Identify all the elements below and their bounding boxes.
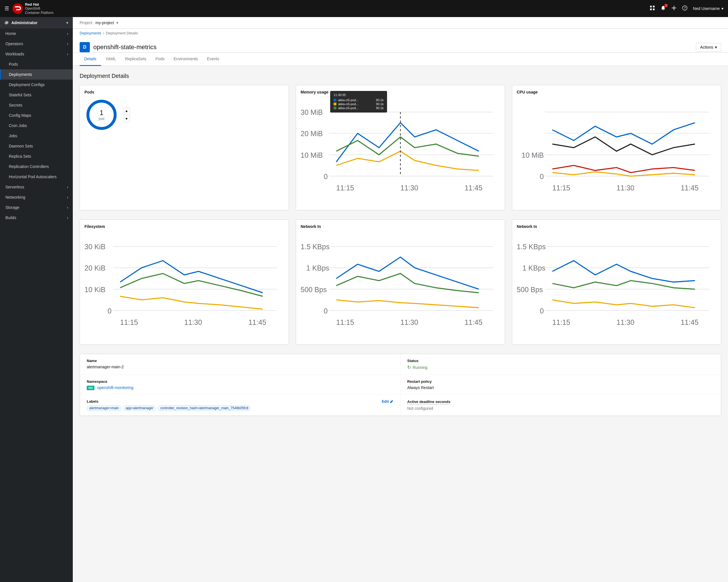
help-icon[interactable]: ?	[682, 5, 687, 12]
sidebar-item-label: Builds	[5, 215, 16, 220]
sidebar-item-storage[interactable]: Storage›	[0, 202, 73, 213]
pods-chart-card: Pods 1 pod	[80, 85, 289, 210]
sidebar-item-label: Daemon Sets	[9, 144, 33, 148]
filesystem-chart-title: Filesystem	[84, 224, 284, 229]
memory-chart-title: Memory usage	[301, 90, 500, 94]
project-dropdown[interactable]: ▾	[116, 21, 118, 25]
svg-rect-1	[650, 6, 652, 7]
restart-policy-key: Restart policy	[407, 379, 714, 384]
chevron-down-icon: ▾	[722, 6, 724, 11]
topnav-icons: 1 ? Ned Username ▾	[650, 5, 724, 12]
sidebar-item-label: Secrets	[9, 103, 22, 107]
gear-icon	[4, 21, 9, 25]
page-header: D openshift-state-metrics Actions ▾	[73, 37, 728, 53]
svg-text:1.5 KBps: 1.5 KBps	[517, 243, 546, 251]
sidebar-item-hpa[interactable]: Horizontal Pod Autoscalers	[0, 172, 73, 182]
sidebar-item-operators[interactable]: Operators›	[0, 39, 73, 49]
svg-text:11:45: 11:45	[681, 318, 699, 326]
sidebar-item-workloads[interactable]: Workloads›	[0, 49, 73, 59]
active-deadline-key: Active deadline seconds	[407, 399, 450, 405]
pods-decrement-button[interactable]: ▼	[123, 115, 130, 122]
sidebar-item-replica-sets[interactable]: Replica Sets	[0, 151, 73, 161]
pods-count: 1	[99, 109, 104, 117]
notification-badge: 1	[664, 4, 668, 7]
sidebar-item-label: Horizontal Pod Autoscalers	[9, 174, 57, 179]
pods-increment-button[interactable]: ▲	[123, 107, 130, 114]
namespace-cell: Namespace NS openshift-monitoring	[80, 375, 400, 395]
network-in-chart-title: Network In	[301, 224, 500, 229]
labels-container: alertmanager=mainapp=alertmanagercontrol…	[87, 405, 393, 411]
svg-rect-2	[653, 6, 655, 7]
sidebar-item-label: Workloads	[5, 52, 24, 56]
resource-icon: D	[80, 42, 90, 52]
memory-chart-svg: 30 MiB 20 MiB 10 MiB 0 11:15 11:30 11:45	[301, 98, 500, 204]
layout: Administrator ▾ Home›Operators›Workloads…	[0, 17, 728, 423]
sidebar-item-arrow-icon: ›	[67, 205, 68, 210]
tab-yaml[interactable]: YAML	[101, 53, 121, 66]
status-text: Running	[413, 365, 427, 370]
sidebar-item-replication-controllers[interactable]: Replication Controllers	[0, 161, 73, 172]
sidebar-item-daemon-sets[interactable]: Daemon Sets	[0, 141, 73, 151]
user-menu[interactable]: Ned Username ▾	[693, 6, 724, 11]
sidebar-item-home[interactable]: Home›	[0, 28, 73, 39]
svg-text:11:30: 11:30	[400, 318, 418, 326]
svg-text:20 KiB: 20 KiB	[84, 264, 105, 272]
cpu-chart-title: CPU usage	[517, 90, 716, 94]
svg-text:11:45: 11:45	[465, 318, 483, 326]
labels-key: Labels Edit	[87, 399, 393, 404]
active-deadline-value: Not configured	[407, 406, 714, 411]
svg-text:11:30: 11:30	[400, 184, 418, 192]
svg-text:20 MiB: 20 MiB	[301, 130, 323, 138]
tab-details[interactable]: Details	[80, 53, 101, 66]
pods-label: pod	[99, 117, 104, 121]
sidebar-item-cron-jobs[interactable]: Cron Jobs	[0, 120, 73, 131]
tab-events[interactable]: Events	[203, 53, 224, 66]
sidebar-item-label: Serverless	[5, 185, 24, 189]
sidebar-nav: Home›Operators›Workloads›PodsDeployments…	[0, 28, 73, 223]
svg-rect-3	[650, 8, 652, 10]
username-label: Ned Username	[693, 6, 720, 11]
add-icon[interactable]	[671, 5, 677, 12]
network-in2-chart-title: Network In	[517, 224, 716, 229]
section-title: Deployment Details	[80, 73, 721, 79]
sidebar-item-deployments[interactable]: Deployments	[0, 70, 73, 80]
sidebar-item-arrow-icon: ›	[67, 31, 68, 36]
tab-pods[interactable]: Pods	[151, 53, 169, 66]
memory-chart-card: Memory usage 30 MiB 20 MiB 10 MiB 0 11	[296, 85, 505, 210]
breadcrumb-parent[interactable]: Deployments	[80, 31, 101, 35]
sidebar-item-arrow-icon: ›	[67, 185, 68, 189]
sidebar-item-arrow-icon: ›	[67, 215, 68, 220]
svg-text:11:45: 11:45	[465, 184, 483, 192]
admin-switcher[interactable]: Administrator ▾	[0, 17, 73, 28]
label-tag: alertmanager=main	[87, 405, 122, 411]
sidebar-item-pods[interactable]: Pods	[0, 59, 73, 70]
sidebar-item-builds[interactable]: Builds›	[0, 213, 73, 223]
network-in2-chart-svg: 1.5 KBps 1 KBps 500 Bps 0 11:15 11:30 11…	[517, 232, 716, 339]
hamburger-icon[interactable]: ☰	[4, 5, 9, 12]
sidebar-item-config-maps[interactable]: Config Maps	[0, 110, 73, 120]
svg-text:10 MiB: 10 MiB	[301, 151, 323, 159]
running-icon: ↻	[407, 365, 411, 370]
sidebar-item-stateful-sets[interactable]: Stateful Sets	[0, 90, 73, 100]
sidebar-item-jobs[interactable]: Jobs	[0, 131, 73, 141]
sidebar-item-networking[interactable]: Networking›	[0, 192, 73, 202]
grid-icon[interactable]	[650, 5, 655, 12]
edit-labels-button[interactable]: Edit	[382, 399, 393, 404]
svg-text:1 KBps: 1 KBps	[306, 264, 329, 272]
page-header-left: D openshift-state-metrics	[80, 42, 157, 52]
actions-button[interactable]: Actions ▾	[696, 43, 721, 51]
sidebar-item-secrets[interactable]: Secrets	[0, 100, 73, 110]
brand-text: Red Hat OpenShift Container Platform	[25, 2, 53, 15]
active-deadline-cell: Active deadline seconds Not configured	[400, 395, 721, 416]
sidebar-item-label: Networking	[5, 195, 25, 199]
notification-icon[interactable]: 1	[660, 5, 666, 12]
pods-center: 1 pod	[99, 109, 104, 121]
label-tag: controller_revision_hash=alertmanager_ma…	[158, 405, 251, 411]
filesystem-chart-svg: 30 KiB 20 KiB 10 KiB 0 11:15 11:30 11:45	[84, 232, 284, 339]
tab-environments[interactable]: Environments	[169, 53, 203, 66]
page-title: openshift-state-metrics	[93, 44, 157, 51]
sidebar-item-serverless[interactable]: Serverless›	[0, 182, 73, 192]
tab-replicasets[interactable]: ReplicaSets	[121, 53, 151, 66]
sidebar-item-deployment-configs[interactable]: Deployment Configs	[0, 80, 73, 90]
namespace-link[interactable]: openshift-monitoring	[97, 385, 133, 390]
